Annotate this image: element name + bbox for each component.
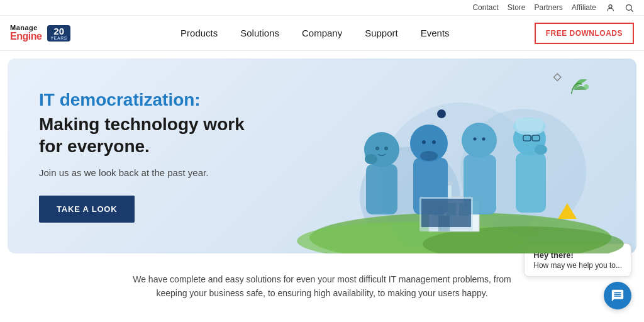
svg-point-25: [422, 140, 426, 144]
store-link[interactable]: Store: [508, 3, 526, 12]
contact-link[interactable]: Contact: [472, 3, 498, 12]
logo[interactable]: Manage Engine 20 YEARS: [10, 25, 70, 42]
partners-link[interactable]: Partners: [535, 3, 563, 12]
nav-solutions[interactable]: Solutions: [240, 28, 279, 38]
hero-subtitle: Join us as we look back at the past year…: [39, 167, 265, 178]
svg-point-44: [584, 84, 589, 89]
svg-rect-37: [516, 153, 546, 213]
svg-point-42: [437, 109, 446, 118]
svg-point-24: [420, 151, 438, 161]
description-text: We have complete and easy solutions for …: [126, 272, 518, 301]
affiliate-link[interactable]: Affiliate: [572, 3, 596, 12]
take-look-button[interactable]: TAKE A LOOK: [39, 196, 135, 223]
nav-events[interactable]: Events: [421, 28, 450, 38]
nav-links: Products Solutions Company Support Event…: [96, 28, 535, 38]
svg-point-19: [375, 147, 379, 150]
svg-point-26: [432, 140, 436, 144]
user-icon[interactable]: [605, 3, 615, 13]
hero-section: IT democratization: Making technology wo…: [8, 58, 636, 253]
logo-engine: Engine: [10, 31, 42, 42]
chat-button[interactable]: [604, 282, 631, 309]
svg-point-21: [365, 154, 377, 164]
main-nav: Manage Engine 20 YEARS Products Solution…: [0, 16, 644, 51]
hero-content: IT democratization: Making technology wo…: [8, 64, 297, 248]
nav-company[interactable]: Company: [302, 28, 342, 38]
svg-rect-40: [421, 199, 471, 227]
nav-products[interactable]: Products: [180, 28, 218, 38]
hero-title-main: Making technology work for everyone.: [39, 113, 265, 157]
svg-line-2: [631, 9, 633, 11]
chat-prompt: How may we help you to...: [533, 261, 622, 270]
utility-bar: Contact Store Partners Affiliate: [0, 0, 644, 16]
svg-rect-18: [366, 164, 397, 214]
svg-point-30: [482, 138, 486, 141]
svg-rect-33: [516, 118, 543, 131]
logo-badge: 20 YEARS: [47, 25, 70, 42]
svg-point-20: [384, 147, 388, 150]
svg-rect-43: [554, 74, 561, 80]
hero-title-accent: IT democratization:: [39, 89, 265, 111]
free-downloads-button[interactable]: FREE DOWNLOADS: [535, 23, 634, 44]
svg-point-0: [609, 4, 612, 8]
svg-point-38: [535, 145, 547, 155]
svg-point-1: [626, 4, 631, 10]
search-icon[interactable]: [624, 3, 634, 13]
hero-illustration: [284, 58, 636, 253]
svg-point-29: [474, 138, 477, 141]
nav-support[interactable]: Support: [365, 28, 398, 38]
svg-point-27: [462, 123, 497, 158]
